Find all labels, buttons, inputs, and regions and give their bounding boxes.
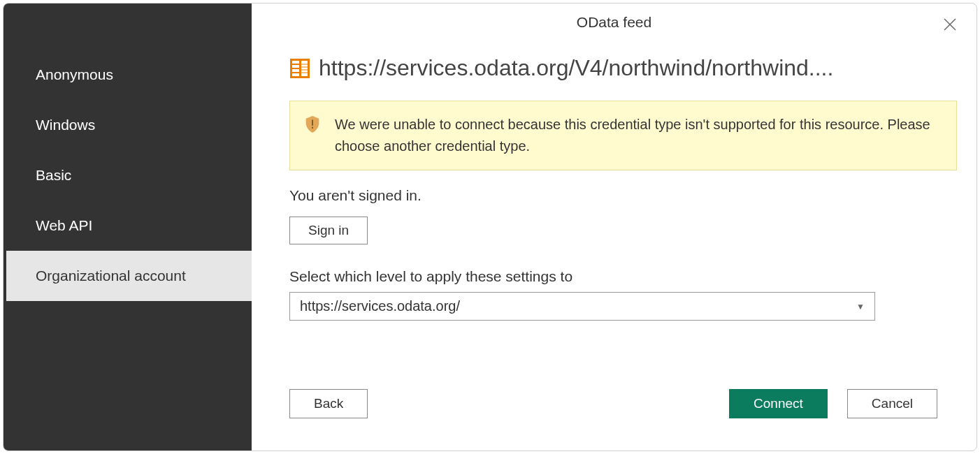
odata-credentials-dialog: Anonymous Windows Basic Web API Organiza…	[3, 3, 977, 451]
dialog-footer: Back Connect Cancel	[289, 389, 937, 418]
sidebar-item-anonymous[interactable]: Anonymous	[3, 50, 252, 100]
signed-in-status: You aren't signed in.	[289, 187, 957, 204]
auth-type-sidebar: Anonymous Windows Basic Web API Organiza…	[3, 3, 252, 451]
dialog-header: OData feed	[252, 3, 977, 41]
chevron-down-icon: ▼	[856, 302, 865, 312]
svg-rect-12	[312, 120, 313, 126]
svg-rect-3	[292, 61, 299, 64]
content-area: https://services.odata.org/V4/northwind/…	[252, 41, 977, 321]
url-row: https://services.odata.org/V4/northwind/…	[289, 55, 957, 81]
url-text: https://services.odata.org/V4/northwind/…	[319, 55, 833, 81]
level-dropdown-value: https://services.odata.org/	[300, 298, 460, 314]
svg-rect-7	[301, 61, 308, 76]
dialog-title: OData feed	[577, 14, 651, 31]
svg-rect-4	[292, 65, 299, 68]
svg-rect-13	[312, 127, 313, 129]
sign-in-button[interactable]: Sign in	[289, 217, 368, 244]
close-button[interactable]	[942, 16, 958, 33]
close-icon	[942, 16, 958, 33]
warning-banner: We were unable to connect because this c…	[289, 101, 957, 170]
level-label: Select which level to apply these settin…	[289, 268, 957, 285]
back-button[interactable]: Back	[289, 389, 368, 418]
warning-text: We were unable to connect because this c…	[335, 114, 939, 157]
level-dropdown[interactable]: https://services.odata.org/ ▼	[289, 292, 875, 321]
odata-feed-icon	[289, 58, 310, 79]
cancel-button[interactable]: Cancel	[847, 389, 937, 418]
footer-right-group: Connect Cancel	[729, 389, 937, 418]
sidebar-item-basic[interactable]: Basic	[3, 150, 252, 200]
warning-shield-icon	[304, 115, 321, 133]
svg-rect-5	[292, 69, 299, 72]
sidebar-item-windows[interactable]: Windows	[3, 100, 252, 150]
main-pane: OData feed	[252, 3, 977, 451]
svg-rect-6	[292, 73, 299, 76]
connect-button[interactable]: Connect	[729, 389, 828, 418]
sidebar-item-organizational-account[interactable]: Organizational account	[3, 251, 252, 301]
sidebar-item-web-api[interactable]: Web API	[3, 200, 252, 251]
